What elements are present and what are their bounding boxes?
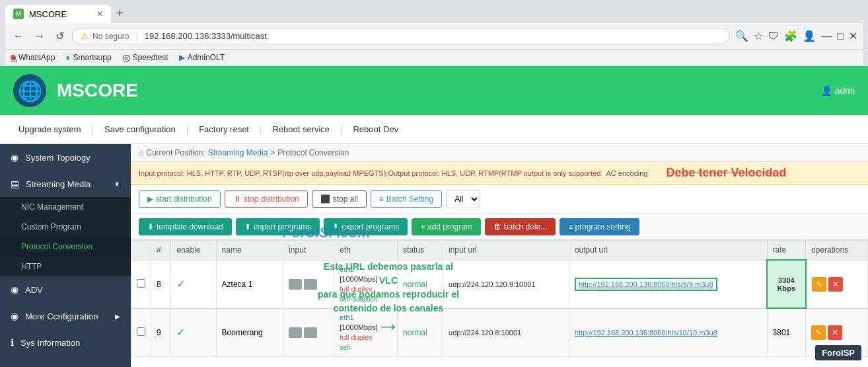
breadcrumb-section[interactable]: Streaming Media xyxy=(208,148,268,157)
stop-all-button[interactable]: ⬛ stop all xyxy=(312,190,367,208)
security-label: No seguro xyxy=(92,32,129,41)
select-all-dropdown[interactable]: All xyxy=(446,190,480,208)
bookmark-whatsapp-label: WhatsApp xyxy=(18,53,55,62)
table-header-row: # enable name input eth status input url… xyxy=(131,241,868,261)
forosp-watermark: ForoISP.com xyxy=(283,224,371,241)
batch-delete-button[interactable]: 🗑 batch dele... xyxy=(485,218,556,235)
topnav-reboot-service[interactable]: Reboot service xyxy=(267,122,335,137)
row8-delete-button[interactable]: ✕ xyxy=(828,277,843,292)
row9-enable: ✓ xyxy=(171,308,216,356)
start-distribution-button[interactable]: ▶ start distribution xyxy=(139,190,221,208)
sidebar-item-adv[interactable]: ◉ ADV xyxy=(0,276,131,303)
col-status: status xyxy=(398,241,443,261)
bookmark-adminolt[interactable]: ▶ AdminOLT xyxy=(179,53,225,62)
row9-edit-button[interactable]: ✎ xyxy=(811,325,826,340)
col-checkbox xyxy=(131,241,151,261)
add-program-button[interactable]: + add program xyxy=(412,218,480,235)
browser-tab-mscore[interactable]: M MSCORE ✕ xyxy=(5,5,111,23)
breadcrumb: ⌂ Current Position: Streaming Media > Pr… xyxy=(131,144,868,162)
address-input[interactable] xyxy=(145,31,722,41)
topnav-factory[interactable]: Factory reset xyxy=(194,122,254,137)
program-sorting-button[interactable]: ≡ program sorting xyxy=(560,218,639,235)
batch-setting-button[interactable]: ≡ Batch Setting xyxy=(371,190,442,208)
sidebar-item-sys-info[interactable]: ℹ Sys Information xyxy=(0,329,131,356)
forward-button[interactable]: → xyxy=(32,28,48,45)
topnav-save[interactable]: Save configuration xyxy=(99,122,181,137)
sidebar-item-streaming-media[interactable]: ▤ Streaming Media ▼ xyxy=(0,171,131,197)
row8-checkbox[interactable] xyxy=(137,279,145,288)
batch-icon: ≡ xyxy=(379,194,384,204)
template-download-button[interactable]: ⬇ template download xyxy=(139,218,232,235)
home-icon: ⌂ xyxy=(139,148,143,157)
app-header: 🌐 MSCORE 👤 admi xyxy=(0,66,868,115)
tab-close-button[interactable]: ✕ xyxy=(96,9,103,19)
sidebar-label-custom: Custom Program xyxy=(21,222,81,231)
main-layout: ◉ System Topology ▤ Streaming Media ▼ NI… xyxy=(0,144,868,367)
stop-icon: ⬛ xyxy=(320,194,330,204)
row9-checkbox-cell[interactable] xyxy=(131,308,151,356)
breadcrumb-arrow: > xyxy=(270,148,275,157)
sidebar-item-system-topology[interactable]: ◉ System Topology xyxy=(0,144,131,171)
smartsupp-icon: ● xyxy=(65,53,70,62)
row9-eth-speed: [1000Mbps] xyxy=(340,323,392,333)
col-eth: eth xyxy=(334,241,398,261)
sidebar-item-more-config[interactable]: ◉ More Configuration ▶ xyxy=(0,303,131,329)
back-button[interactable]: ← xyxy=(11,28,26,45)
row9-output-url[interactable]: http://192.168.200.136:8060/hls/10/10.m3… xyxy=(575,329,717,337)
col-operations: operations xyxy=(806,241,868,261)
adv-icon: ◉ xyxy=(11,284,18,295)
sidebar-label-nic: NIC Management xyxy=(21,202,83,212)
maximize-button[interactable]: □ xyxy=(837,30,844,42)
bookmark-speedtest-label: Speedtest xyxy=(133,53,168,62)
address-separator: | xyxy=(135,31,137,41)
security-warning-icon: ⚠ xyxy=(81,31,89,41)
sidebar-item-protocol[interactable]: Protocol Conversion xyxy=(0,237,131,257)
speed-annotation: Debe tener Velocidad xyxy=(666,166,786,180)
sidebar-item-nic[interactable]: NIC Management xyxy=(0,197,131,217)
bookmark-whatsapp[interactable]: ⚠ WhatsApp xyxy=(11,53,55,62)
breadcrumb-page: Protocol Conversion xyxy=(277,148,349,157)
toolbar-icons: 🔍 ☆ 🛡 🧩 👤 — □ ✕ xyxy=(735,30,857,42)
bookmark-smartsupp[interactable]: ● Smartsupp xyxy=(65,53,111,62)
row9-delete-button[interactable]: ✕ xyxy=(828,325,842,340)
bookmark-icon[interactable]: ☆ xyxy=(754,30,763,42)
row8-output-url[interactable]: http://192.168.200.136:8060/hls/9/9.m3u8 xyxy=(575,278,717,291)
sidebar-item-http[interactable]: HTTP xyxy=(0,257,131,276)
sidebar-label-sys-info: Sys Information xyxy=(20,338,80,348)
row8-input-icons xyxy=(289,279,328,290)
row8-action-icons: ✎ ✕ xyxy=(812,277,862,292)
shield-icon: 🛡 xyxy=(768,30,779,42)
programs-table: # enable name input eth status input url… xyxy=(131,240,868,357)
bookmark-speedtest[interactable]: ◎ Speedtest xyxy=(122,52,168,63)
forosp-badge: ForoISP xyxy=(815,345,861,360)
row9-eth-duplex: full duplex xyxy=(340,333,392,343)
screen-icon-2 xyxy=(304,279,317,290)
row9-screen-icon-1 xyxy=(289,327,302,338)
row9-rate: 3801 xyxy=(767,308,805,356)
row8-edit-button[interactable]: ✎ xyxy=(812,277,826,292)
nav-sep-2: | xyxy=(186,124,188,134)
minimize-button[interactable]: — xyxy=(821,30,832,42)
row8-enable-tick: ✓ xyxy=(176,278,185,290)
search-icon[interactable]: 🔍 xyxy=(735,30,748,42)
row9-action-icons: ✎ ✕ xyxy=(811,325,862,340)
close-window-button[interactable]: ✕ xyxy=(849,30,857,42)
new-tab-button[interactable]: + xyxy=(111,4,129,23)
sidebar-label-protocol: Protocol Conversion xyxy=(21,242,92,251)
profile-icon[interactable]: 👤 xyxy=(803,30,816,42)
refresh-button[interactable]: ↺ xyxy=(53,27,67,45)
row8-checkbox-cell[interactable] xyxy=(131,260,151,308)
stop-distribution-button[interactable]: ⏸ stop distribution xyxy=(225,190,308,208)
sidebar-label-more-config: More Configuration xyxy=(25,311,98,321)
streaming-icon: ▤ xyxy=(11,179,19,189)
row9-checkbox[interactable] xyxy=(137,327,145,336)
breadcrumb-current-position: Current Position: xyxy=(146,148,205,157)
row8-operations: ✎ ✕ xyxy=(806,260,868,308)
sidebar-label-http: HTTP xyxy=(21,262,42,271)
bookmarks-bar: ⚠ WhatsApp ● Smartsupp ◎ Speedtest ▶ Adm… xyxy=(5,50,863,66)
extension-icon[interactable]: 🧩 xyxy=(784,30,797,42)
warning-suffix: AC encoding xyxy=(606,169,647,177)
topnav-upgrade[interactable]: Upgrade system xyxy=(13,122,87,137)
topnav-reboot-dev[interactable]: Reboot Dev xyxy=(347,122,404,137)
sidebar-item-custom[interactable]: Custom Program xyxy=(0,217,131,237)
